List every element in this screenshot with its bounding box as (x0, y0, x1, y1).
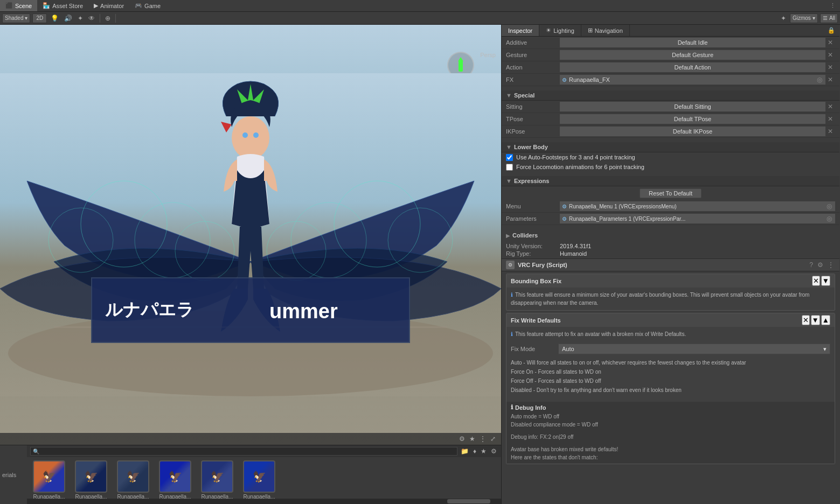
asset-item-4[interactable]: 🦅Runapaella... (198, 460, 236, 500)
menu-file-icon: ⚙ (562, 204, 567, 209)
fx-file-icon: ⚙ (562, 77, 567, 83)
svg-text:ummer: ummer (269, 300, 338, 323)
vrc-fury-context-btn[interactable]: ⋮ (827, 261, 835, 269)
lower-body-section-header[interactable]: ▼ Lower Body (502, 142, 839, 152)
tpose-clear-btn[interactable]: ✕ (825, 115, 835, 123)
avatar-scene: ルナパエラ ummer (0, 25, 501, 445)
force-locomotion-checkbox[interactable] (506, 164, 513, 171)
shaded-dropdown[interactable]: Shaded ▾ (2, 13, 30, 23)
action-field[interactable]: Default Action (560, 62, 825, 72)
erials-label: erials (0, 445, 18, 504)
fx-row: FX ⚙ Runapaella_FX ◎ ✕ (502, 74, 839, 86)
colliders-header[interactable]: ▶ Colliders (506, 231, 835, 240)
fix-write-desc: This feature attempt to fix an avatar wi… (515, 331, 686, 337)
asset-thumb-0: 🦅 (33, 460, 65, 493)
tab-inspector[interactable]: Inspector (502, 25, 539, 36)
additive-clear-btn[interactable]: ✕ (825, 39, 835, 46)
bounding-box-scroll-down-btn[interactable]: ▼ (821, 276, 830, 286)
tab-lighting[interactable]: ☀ Lighting (539, 25, 581, 36)
additive-field[interactable]: Default Idle (560, 38, 825, 47)
asset-panel-btn2[interactable]: ♦ (472, 447, 477, 455)
fx-clear-btn[interactable]: ✕ (825, 76, 835, 83)
transform-icon[interactable]: ⊕ (103, 13, 112, 23)
reset-btn-row: Reset To Default (502, 186, 839, 200)
tab-menu-btn[interactable]: ⋮ (825, 2, 840, 9)
fx-circle-btn[interactable]: ◎ (816, 76, 823, 83)
fx-value: ⚙ Runapaella_FX ◎ ✕ (560, 75, 835, 85)
tab-asset-store[interactable]: 🏪 Asset Store (37, 0, 88, 11)
fix-mode-desc-auto: Auto - Will force all states to on or of… (511, 359, 830, 367)
asset-item-3[interactable]: 🦅Runapaella... (156, 460, 194, 500)
asset-panel-toolbar: 📁 ♦ ★ ⚙ (27, 445, 501, 457)
action-clear-btn[interactable]: ✕ (825, 64, 835, 71)
2d-btn[interactable]: 2D (32, 13, 47, 23)
fx-field[interactable]: ⚙ Runapaella_FX ◎ (560, 75, 825, 85)
bounding-box-close-btn[interactable]: ✕ (812, 276, 820, 286)
asset-item-0[interactable]: 🦅Runapaella... (30, 460, 68, 500)
inspector-tab-bar: Inspector ☀ Lighting ⊞ Navigation 🔒 (502, 25, 839, 37)
gizmos-dropdown[interactable]: Gizmos ▾ (790, 13, 818, 23)
all-dropdown[interactable]: ☰ All (820, 13, 838, 23)
debug-line4: Debug info: FX:2 on|29 off (511, 433, 830, 441)
rig-type-row: Rig Type: Humanoid (506, 250, 835, 257)
asset-item-5[interactable]: 🦅Runapaella... (240, 460, 278, 500)
fix-mode-descriptions: Auto - Will force all states to on or of… (506, 356, 835, 397)
rig-type-label: Rig Type: (506, 250, 560, 257)
effects-icon[interactable]: ✦ (76, 13, 85, 23)
scene-viewport[interactable]: Persp (0, 25, 501, 445)
special-section-header[interactable]: ▼ Special (502, 90, 839, 101)
light-icon[interactable]: 💡 (49, 13, 60, 23)
asset-panel-btn4[interactable]: ⚙ (490, 447, 498, 455)
audio-icon[interactable]: 🔊 (63, 13, 74, 23)
gesture-clear-btn[interactable]: ✕ (825, 51, 835, 59)
menu-field[interactable]: ⚙ Runapaella_Menu 1 (VRCExpressionsMenu)… (560, 201, 835, 211)
game-tab-label: Game (144, 3, 161, 9)
menu-circle-btn[interactable]: ◎ (825, 202, 833, 210)
tab-animator[interactable]: ▶ Animator (88, 0, 129, 11)
lock-btn[interactable]: 🔒 (823, 27, 839, 34)
ikpose-clear-btn[interactable]: ✕ (825, 128, 835, 135)
viewport-maximize-btn[interactable]: ⤢ (489, 435, 497, 443)
ikpose-value: Default IKPose ✕ (560, 127, 835, 136)
asset-item-2[interactable]: 🦅Runapaella... (114, 460, 152, 500)
reset-to-default-btn[interactable]: Reset To Default (640, 188, 702, 198)
vrc-fury-actions: ? ⚙ ⋮ (808, 261, 835, 269)
fx-text: Runapaella_FX (569, 76, 814, 83)
viewport-settings-btn[interactable]: ⚙ (458, 435, 466, 443)
asset-panel-btn1[interactable]: 📁 (460, 447, 470, 455)
fix-mode-dropdown[interactable]: Auto ▾ (558, 344, 830, 354)
expressions-section-header[interactable]: ▼ Expressions (502, 176, 839, 186)
tpose-field[interactable]: Default TPose (560, 114, 825, 124)
fix-write-header: Fix Write Defaults ✕ ▼ ▲ (506, 313, 835, 327)
viewport-bookmark-btn[interactable]: ★ (468, 435, 476, 443)
tab-navigation[interactable]: ⊞ Navigation (581, 25, 630, 36)
asset-item-1[interactable]: 🦅Runapaella... (72, 460, 110, 500)
tab-scene[interactable]: ⬛ Scene (0, 0, 37, 11)
autofootsteps-checkbox[interactable] (506, 154, 513, 161)
viewport-menu-btn[interactable]: ⋮ (478, 435, 487, 443)
fix-write-close-btn[interactable]: ✕ (802, 315, 810, 325)
gesture-field[interactable]: Default Gesture (560, 50, 825, 60)
fix-mode-desc-force-on: Force On - Forces all states to WD on (511, 368, 830, 376)
asset-search-input[interactable] (30, 447, 457, 456)
sitting-field[interactable]: Default Sitting (560, 102, 825, 111)
inspector-tab-label: Inspector (508, 27, 532, 34)
asset-panel-btn3[interactable]: ★ (480, 447, 488, 455)
params-value: ⚙ Runapaella_Parameters 1 (VRCExpression… (560, 214, 835, 223)
hidden-icon[interactable]: 👁 (87, 13, 96, 23)
params-circle-btn[interactable]: ◎ (825, 215, 833, 222)
params-field[interactable]: ⚙ Runapaella_Parameters 1 (VRCExpression… (560, 214, 835, 223)
fix-write-scroll-down-btn[interactable]: ▼ (811, 315, 820, 325)
move-icon[interactable]: ✦ (779, 13, 788, 23)
sitting-row: Sitting Default Sitting ✕ (502, 101, 839, 113)
vrc-fury-settings-btn[interactable]: ⚙ (816, 261, 824, 269)
ikpose-label: IKPose (506, 128, 560, 135)
ikpose-field[interactable]: Default IKPose (560, 127, 825, 136)
scene-tab-icon: ⬛ (5, 2, 13, 9)
asset-scrollbar-h[interactable] (27, 499, 501, 504)
sitting-clear-btn[interactable]: ✕ (825, 103, 835, 110)
vrc-fury-help-btn[interactable]: ? (808, 261, 814, 269)
tab-game[interactable]: 🎮 Game (129, 0, 166, 11)
fix-write-scroll-up-btn[interactable]: ▲ (821, 315, 830, 325)
fix-mode-chevron-icon: ▾ (823, 346, 827, 353)
